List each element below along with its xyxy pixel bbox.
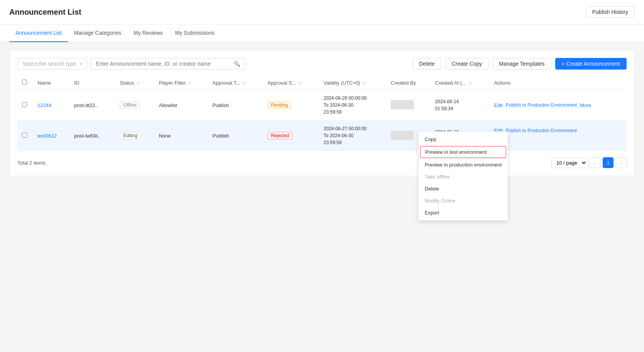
page-title: Announcement List: [9, 8, 81, 17]
chevron-down-icon: ▾: [80, 62, 82, 66]
row-name-link[interactable]: test0612: [37, 133, 57, 139]
approval-status-badge: Rejected: [268, 132, 293, 139]
nav-tabs: Announcement List Manage Categories My R…: [0, 24, 644, 42]
dropdown-delete[interactable]: Delete: [419, 183, 508, 184]
approval-status-filter-icon[interactable]: ▽: [299, 81, 302, 85]
approval-status-badge: Pending: [268, 101, 291, 109]
page-header: Announcement List Publish History: [0, 0, 644, 24]
approval-type-filter-icon[interactable]: ▽: [243, 81, 246, 85]
search-type-placeholder: Select the search type: [22, 61, 76, 67]
th-approval-type: Approval T... ▽: [208, 76, 263, 90]
publish-link[interactable]: Publish to Production Environment: [506, 128, 577, 133]
table-row: test0612 post-lwlf3ii.. Editing None Pub…: [17, 121, 627, 151]
row-status: Editing: [115, 121, 154, 151]
validity-filter-icon[interactable]: ▽: [363, 81, 366, 85]
th-player-filter: Player Filter ▽: [154, 76, 208, 90]
table-row: 12244 post-dt22.. Offline Allowlist Publ…: [17, 90, 627, 121]
row-checkbox-cell: [17, 121, 33, 151]
row-approval-type: Publish: [208, 121, 263, 151]
row-actions: Edit Publish to Production Environment M…: [490, 90, 627, 121]
dropdown-copy[interactable]: Copy: [419, 133, 508, 145]
search-type-select[interactable]: Select the search type ▾: [17, 58, 87, 70]
row-approval-type: Publish: [208, 90, 263, 121]
tab-my-reviews[interactable]: My Reviews: [127, 24, 169, 42]
actions-cell: Edit Publish to Production Environment M…: [494, 102, 622, 108]
row-validity: 2024-06-28 00:00:00To 2024-06-3023:59:59: [319, 90, 386, 121]
row-id: post-lwlf3ii..: [69, 121, 115, 151]
dropdown-preview-prod[interactable]: Preview in production environment: [419, 159, 508, 171]
status-badge: Offline: [120, 101, 140, 109]
prev-page-button[interactable]: ‹: [590, 157, 600, 168]
row-created-by: [386, 90, 430, 121]
row-approval-status: Pending: [263, 90, 319, 121]
th-created-by: Created By: [386, 76, 430, 90]
main-card: Select the search type ▾ 🔍 Delete Create…: [9, 50, 635, 176]
th-created-at: Created At (... ▽: [430, 76, 490, 90]
row-player-filter: Allowlist: [154, 90, 208, 121]
toolbar: Select the search type ▾ 🔍 Delete Create…: [17, 58, 627, 70]
search-input-wrap: 🔍: [91, 58, 245, 70]
create-announcement-button[interactable]: + Create Announcement: [555, 58, 627, 70]
toolbar-right: Delete Create Copy Manage Templates + Cr…: [413, 58, 627, 70]
row-name: test0612: [33, 121, 69, 151]
row-name: 12244: [33, 90, 69, 121]
status-badge: Editing: [120, 132, 141, 139]
th-checkbox: [17, 76, 33, 90]
tab-manage-categories[interactable]: Manage Categories: [68, 24, 127, 42]
select-all-checkbox[interactable]: [22, 80, 27, 85]
th-status: Status ▽: [115, 76, 154, 90]
th-approval-status: Approval S... ▽: [263, 76, 319, 90]
dropdown-preview-test[interactable]: Preview in test environment: [420, 146, 506, 158]
avatar: [391, 100, 414, 109]
th-validity: Validity (UTC+0) ▽: [319, 76, 386, 90]
row-status: Offline: [115, 90, 154, 121]
publish-link[interactable]: Publish to Production Environment: [506, 102, 577, 108]
page-1-button[interactable]: 1: [603, 157, 613, 168]
row-checkbox-1[interactable]: [22, 133, 27, 138]
player-filter-icon[interactable]: ▽: [188, 81, 191, 85]
status-filter-icon[interactable]: ▽: [137, 81, 140, 85]
more-dropdown-menu: Copy Preview in test environment Preview…: [418, 131, 508, 184]
row-checkbox-0[interactable]: [22, 102, 27, 107]
pagination: 10 / page 20 / page 50 / page ‹ 1 ›: [551, 157, 627, 168]
th-id: ID: [69, 76, 115, 90]
row-player-filter: None: [154, 121, 208, 151]
create-copy-button[interactable]: Create Copy: [445, 58, 489, 70]
created-at-filter-icon[interactable]: ▽: [469, 81, 472, 85]
th-name: Name: [33, 76, 69, 90]
row-validity: 2024-06-27 00:00:00To 2024-06-3023:59:59: [319, 121, 386, 151]
announcements-table: Name ID Status ▽ Player Filter ▽ Approva…: [17, 76, 627, 151]
total-items: Total 2 items: [17, 160, 46, 166]
manage-templates-button[interactable]: Manage Templates: [493, 58, 551, 70]
row-checkbox-cell: [17, 90, 33, 121]
edit-link[interactable]: Edit: [494, 102, 503, 108]
next-page-button[interactable]: ›: [616, 157, 627, 168]
page-size-select[interactable]: 10 / page 20 / page 50 / page: [551, 158, 587, 168]
actions-cell: Edit Publish to Production Environment M…: [494, 128, 622, 144]
avatar: [391, 131, 414, 140]
row-approval-status: Rejected: [263, 121, 319, 151]
delete-button[interactable]: Delete: [413, 58, 441, 70]
row-id: post-dt22..: [69, 90, 115, 121]
content-area: Select the search type ▾ 🔍 Delete Create…: [0, 42, 644, 184]
row-actions: Edit Publish to Production Environment M…: [490, 121, 627, 151]
search-icon: 🔍: [234, 61, 240, 67]
th-actions: Actions: [490, 76, 627, 90]
table-footer: Total 2 items 10 / page 20 / page 50 / p…: [17, 157, 627, 168]
dropdown-take-offline: Take offline: [419, 171, 508, 183]
publish-history-button[interactable]: Publish History: [586, 6, 635, 18]
more-link[interactable]: More: [580, 102, 591, 108]
search-input[interactable]: [96, 61, 231, 67]
row-created-at: 2024-06-1401:56:34: [430, 90, 490, 121]
row-name-link[interactable]: 12244: [37, 102, 51, 108]
tab-announcement-list[interactable]: Announcement List: [9, 24, 68, 42]
tab-my-submissions[interactable]: My Submissions: [169, 24, 221, 42]
